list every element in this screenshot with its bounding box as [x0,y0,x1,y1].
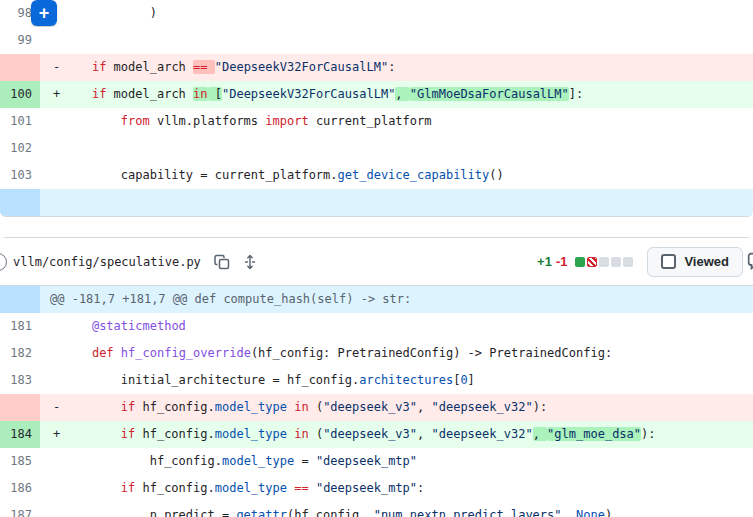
code-line: initial_architecture = hf_config.archite… [63,367,753,394]
diff-line-101: 101 from vllm.platforms import current_p… [0,108,753,135]
diff-line-98: 98 )+ [0,0,753,27]
line-number[interactable]: 99 [0,27,40,54]
diffstat: +1 -1 [537,254,633,269]
line-number[interactable]: 183 [0,367,40,394]
line-number[interactable] [0,54,40,81]
diff-file-config: 98 )+99- if model_arch == "DeepseekV32Fo… [0,0,753,217]
comment-bubble-icon[interactable] [747,252,753,274]
line-number[interactable]: 101 [0,108,40,135]
line-number[interactable]: 103 [0,162,40,189]
line-number[interactable]: 186 [0,475,40,502]
diff-marker [40,313,63,340]
diff-line-removed: - if hf_config.model_type in ("deepseek_… [0,394,753,421]
diff-line-186: 186 if hf_config.model_type == "deepseek… [0,475,753,502]
diff-marker [40,448,63,475]
diff-marker [40,162,63,189]
diff-marker: - [40,54,63,81]
line-number[interactable]: 100 [0,81,40,108]
diffstat-square-neutral [623,257,633,267]
expand-diff-row[interactable] [0,189,753,216]
code-line: if hf_config.model_type in ("deepseek_v3… [63,421,753,448]
file-name-link[interactable]: vllm/config/speculative.py [13,255,201,269]
diff-line-187: 187 n_predict = getattr(hf_config, "num_… [0,502,753,517]
code-line [63,27,753,54]
diff-line-removed: - if model_arch == "DeepseekV32ForCausal… [0,54,753,81]
diff-marker [40,502,63,517]
code-line: if model_arch == "DeepseekV32ForCausalLM… [63,54,753,81]
diffstat-squares [573,257,633,267]
line-number[interactable]: 181 [0,313,40,340]
github-pr-diff-page: { "colors": { "accent_blue": "#0969da", … [0,0,753,517]
line-number[interactable]: 182 [0,340,40,367]
diff-line-181: 181 @staticmethod [0,313,753,340]
code-line: ) [63,0,753,27]
code-line: if hf_config.model_type in ("deepseek_v3… [63,394,753,421]
line-number[interactable]: 184 [0,421,40,448]
diffstat-square-del-striped [587,257,597,267]
move-file-button[interactable] [237,249,263,275]
diff-marker [40,135,63,162]
diff-marker [40,340,63,367]
hunk-header-text: @@ -181,7 +181,7 @@ def compute_hash(sel… [40,286,753,313]
diff-marker: - [40,394,63,421]
diff-line-102: 102 [0,135,753,162]
diff-line-184: 184+ if hf_config.model_type in ("deepse… [0,421,753,448]
viewed-checkbox[interactable] [661,254,676,269]
collapse-chevron-icon[interactable] [0,253,7,271]
diff-rows-file2: @@ -181,7 +181,7 @@ def compute_hash(sel… [0,286,753,517]
diff-line-182: 182 def hf_config_override(hf_config: Pr… [0,340,753,367]
diff-rows-file1: 98 )+99- if model_arch == "DeepseekV32Fo… [0,0,753,216]
code-line: n_predict = getattr(hf_config, "num_next… [63,502,753,517]
move-icon [242,254,258,270]
diffstat-square-add [575,257,585,267]
code-line: capability = current_platform.get_device… [63,162,753,189]
diff-line-185: 185 hf_config.model_type = "deepseek_mtp… [0,448,753,475]
diff-marker: + [40,421,63,448]
file-header: vllm/config/speculative.py +1 -1 Viewed [0,238,753,286]
copy-icon [214,254,230,270]
code-line: def hf_config_override(hf_config: Pretra… [63,340,753,367]
diffstat-square-neutral [599,257,609,267]
code-line [63,189,753,216]
code-line: if hf_config.model_type == "deepseek_mtp… [63,475,753,502]
add-comment-button[interactable]: + [31,0,57,26]
line-number[interactable] [0,394,40,421]
diff-marker: + [40,81,63,108]
viewed-label: Viewed [684,254,729,269]
line-number[interactable]: 187 [0,502,40,517]
deletions-count: -1 [556,254,568,269]
code-line: from vllm.platforms import current_platf… [63,108,753,135]
code-line [63,135,753,162]
copy-path-button[interactable] [209,249,235,275]
diff-marker [40,475,63,502]
hunk-header-row: @@ -181,7 +181,7 @@ def compute_hash(sel… [0,286,753,313]
diff-file-speculative: vllm/config/speculative.py +1 -1 Viewed [0,237,753,517]
diff-line-100: 100+ if model_arch in ["DeepseekV32ForCa… [0,81,753,108]
diff-marker [40,27,63,54]
diff-line-183: 183 initial_architecture = hf_config.arc… [0,367,753,394]
file-header-actions: +1 -1 Viewed [537,247,743,277]
code-line: hf_config.model_type = "deepseek_mtp" [63,448,753,475]
line-number[interactable]: 185 [0,448,40,475]
line-number[interactable] [0,189,40,216]
additions-count: +1 [537,254,552,269]
viewed-toggle-button[interactable]: Viewed [647,247,743,277]
diffstat-square-neutral [611,257,621,267]
diff-marker [40,108,63,135]
diff-marker [40,189,63,216]
diff-line-103: 103 capability = current_platform.get_de… [0,162,753,189]
code-line: if model_arch in ["DeepseekV32ForCausalL… [63,81,753,108]
diff-marker [40,367,63,394]
code-line: @staticmethod [63,313,753,340]
line-number[interactable]: 102 [0,135,40,162]
line-number[interactable] [0,286,40,313]
diff-line-99: 99 [0,27,753,54]
